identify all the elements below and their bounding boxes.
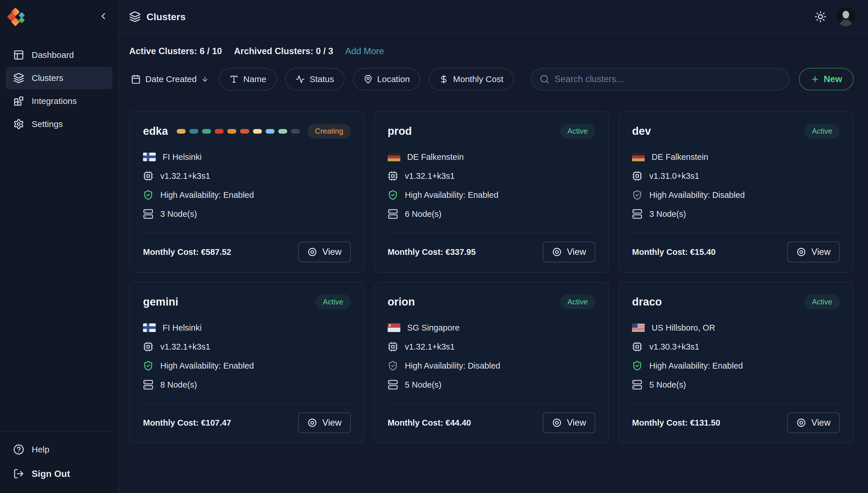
dollar-icon xyxy=(439,74,448,84)
shield-check-icon xyxy=(143,361,153,371)
shield-check-icon xyxy=(632,361,642,371)
ha-text: High Availability: Enabled xyxy=(405,190,498,200)
sidebar-item-dashboard[interactable]: Dashboard xyxy=(6,44,113,66)
server-icon xyxy=(143,209,153,219)
monthly-cost: Monthly Cost: €107.47 xyxy=(143,418,231,428)
user-avatar[interactable] xyxy=(836,7,855,26)
page-title: Clusters xyxy=(147,11,186,22)
layers-icon xyxy=(129,11,141,22)
ha-row: High Availability: Enabled xyxy=(388,189,596,201)
eye-icon xyxy=(796,247,806,257)
status-badge: Active xyxy=(560,295,596,309)
cpu-icon xyxy=(388,342,398,352)
status-badge: Active xyxy=(315,295,351,309)
shield-check-icon xyxy=(388,190,398,200)
sort-date-created-button[interactable]: Date Created xyxy=(129,74,210,84)
arrow-down-icon xyxy=(201,76,209,83)
nodes-text: 6 Node(s) xyxy=(405,209,442,219)
sun-icon xyxy=(815,10,827,23)
monthly-cost-value: €587.52 xyxy=(201,248,231,257)
ha-text: High Availability: Enabled xyxy=(160,361,254,371)
sidebar-collapse-button[interactable] xyxy=(96,9,111,24)
card-divider xyxy=(143,232,351,233)
view-button[interactable]: View xyxy=(298,412,351,433)
sidebar-item-integrations[interactable]: Integrations xyxy=(6,90,113,112)
monthly-cost-value: €15.40 xyxy=(690,248,716,257)
ha-row: High Availability: Disabled xyxy=(388,359,596,372)
filter-pill-label: Location xyxy=(377,74,410,84)
top-bar: Clusters xyxy=(119,0,868,34)
nodes-row: 6 Node(s) xyxy=(388,208,596,220)
help-label: Help xyxy=(32,445,49,454)
page-title-group: Clusters xyxy=(129,11,186,22)
card-divider xyxy=(388,232,596,233)
monthly-cost: Monthly Cost: €587.52 xyxy=(143,248,231,257)
eye-icon xyxy=(307,418,317,428)
version-row: v1.30.3+k3s1 xyxy=(632,340,840,353)
status-badge: Active xyxy=(804,124,840,138)
filter-pill-location[interactable]: Location xyxy=(353,68,420,90)
view-button[interactable]: View xyxy=(543,242,596,262)
filter-pill-name[interactable]: Name xyxy=(219,68,276,90)
search-icon xyxy=(540,74,550,84)
view-button[interactable]: View xyxy=(787,412,840,433)
view-button-label: View xyxy=(567,417,586,428)
view-button[interactable]: View xyxy=(298,242,351,262)
filter-pill-label: Name xyxy=(243,74,266,84)
cpu-icon xyxy=(143,342,153,352)
view-button-label: View xyxy=(567,247,586,257)
view-button[interactable]: View xyxy=(787,242,840,262)
country-flag xyxy=(388,153,400,161)
version-row: v1.32.1+k3s1 xyxy=(388,170,596,182)
country-flag xyxy=(632,323,645,332)
ha-text: High Availability: Enabled xyxy=(160,190,254,200)
location-row: DE Falkenstein xyxy=(388,151,596,163)
log-out-icon xyxy=(13,468,24,479)
help-circle-icon xyxy=(13,444,24,455)
content-area: Active Clusters: 6 / 10 Archived Cluster… xyxy=(119,34,868,493)
sidebar: Dashboard Clusters Integrations Settings… xyxy=(0,0,119,493)
version-text: v1.31.0+k3s1 xyxy=(649,171,699,181)
add-more-link[interactable]: Add More xyxy=(346,46,384,57)
filter-pill-status[interactable]: Status xyxy=(285,68,344,90)
view-button[interactable]: View xyxy=(543,412,596,433)
ha-text: High Availability: Enabled xyxy=(649,361,743,371)
location-text: US Hillsboro, OR xyxy=(651,323,715,333)
country-flag xyxy=(143,153,156,161)
sidebar-item-settings[interactable]: Settings xyxy=(6,113,113,135)
archived-clusters-stat: Archived Clusters: 0 / 3 xyxy=(234,46,333,57)
version-row: v1.32.1+k3s1 xyxy=(143,340,351,353)
shield-check-icon xyxy=(632,190,642,200)
activity-icon xyxy=(295,74,305,84)
cluster-name: prod xyxy=(388,125,412,137)
dashboard-icon xyxy=(13,49,24,61)
sidebar-item-help[interactable]: Help xyxy=(6,439,113,460)
layers-icon xyxy=(13,72,24,84)
search-input[interactable] xyxy=(555,74,781,84)
monthly-cost-value: €337.95 xyxy=(446,248,476,257)
location-row: FI Helsinki xyxy=(143,321,351,334)
view-button-label: View xyxy=(811,247,830,257)
location-text: SG Singapore xyxy=(407,323,460,333)
filter-pill-monthly-cost[interactable]: Monthly Cost xyxy=(429,68,514,90)
ha-row: High Availability: Enabled xyxy=(143,189,351,201)
nodes-text: 5 Node(s) xyxy=(405,380,442,390)
status-badge: Active xyxy=(804,295,840,309)
cluster-name: edka xyxy=(143,125,168,137)
location-row: DE Falkenstein xyxy=(632,151,840,163)
theme-toggle-button[interactable] xyxy=(815,10,827,23)
eye-icon xyxy=(307,247,317,257)
cluster-card: dev Active DE Falkenstein v1.31.0+k3s1 H… xyxy=(618,111,853,273)
sidebar-item-sign-out[interactable]: Sign Out xyxy=(6,463,113,484)
ha-row: High Availability: Disabled xyxy=(632,189,840,201)
sidebar-item-clusters[interactable]: Clusters xyxy=(6,67,113,89)
view-button-label: View xyxy=(811,417,830,428)
sidebar-item-label: Dashboard xyxy=(32,50,74,60)
monthly-cost-value: €107.47 xyxy=(201,418,231,427)
nodes-text: 3 Node(s) xyxy=(649,209,686,219)
version-text: v1.30.3+k3s1 xyxy=(649,342,699,351)
new-cluster-button[interactable]: New xyxy=(799,68,853,90)
sidebar-footer-divider xyxy=(0,431,113,431)
search-bar xyxy=(531,68,790,90)
shield-check-icon xyxy=(143,190,153,200)
